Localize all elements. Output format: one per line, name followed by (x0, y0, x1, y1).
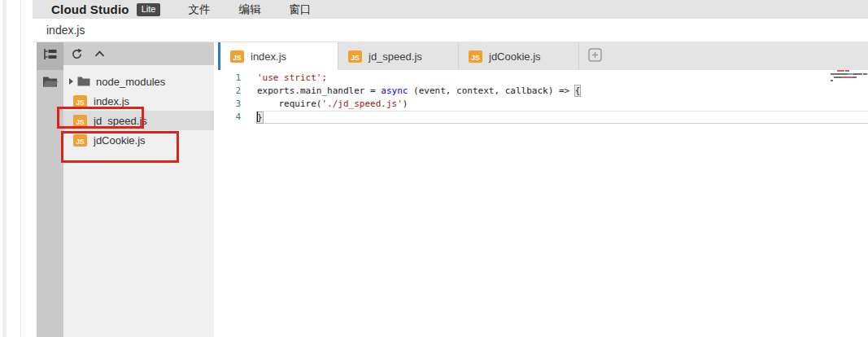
plus-icon (588, 48, 602, 65)
folder-icon (42, 76, 58, 90)
js-file-icon: JS (469, 50, 482, 63)
code-text: exports.main_handler = async (event, con… (257, 85, 868, 98)
page-left-divider (20, 0, 21, 337)
code-line-2: 2exports.main_handler = async (event, co… (218, 85, 868, 98)
lite-badge: Lite (137, 3, 161, 16)
tab-label: jdCookie.js (489, 50, 541, 63)
code-editor[interactable]: 1'use strict';2exports.main_handler = as… (218, 70, 868, 337)
tab-label: index.js (251, 50, 286, 63)
tree-item-jd_speed.js[interactable]: JSjd_speed.js (63, 111, 214, 130)
code-text: 'use strict'; (257, 72, 868, 85)
tab-label: jd_speed.js (369, 50, 422, 63)
code-line-4: 4} (218, 111, 868, 124)
code-line-1: 1'use strict'; (218, 72, 868, 85)
editor-group: JSindex.jsJSjd_speed.jsJSjdCookie.js 1'u… (218, 42, 868, 337)
activity-item-explorer[interactable] (37, 42, 63, 70)
js-file-icon: JS (230, 50, 244, 63)
cloud-studio-app: Cloud Studio Lite 文件编辑窗口 index.js (33, 0, 868, 337)
page: Cloud Studio Lite 文件编辑窗口 index.js (0, 0, 868, 337)
code-line-3: 3 require('./jd_speed.js') (218, 98, 868, 111)
collapse-up-icon[interactable] (94, 50, 105, 57)
sidebar-toolbar (63, 42, 214, 65)
code-text: } (257, 111, 868, 124)
menu-item-2[interactable]: 窗口 (289, 2, 311, 17)
file-name: jd_speed.js (94, 115, 147, 127)
line-number: 3 (218, 98, 241, 111)
menu-item-0[interactable]: 文件 (188, 2, 210, 17)
menu-bar: Cloud Studio Lite 文件编辑窗口 (33, 0, 868, 19)
code-area: 1'use strict';2exports.main_handler = as… (218, 70, 868, 124)
sidebar: node_modulesJSindex.jsJSjd_speed.jsJSjdC… (63, 42, 214, 337)
line-number: 1 (218, 72, 241, 85)
folder-icon (77, 77, 90, 86)
js-file-icon: JS (73, 134, 87, 147)
new-tab-button[interactable] (579, 42, 610, 70)
menu-items: 文件编辑窗口 (188, 2, 311, 17)
text-cursor (257, 112, 258, 122)
code-text: require('./jd_speed.js') (257, 98, 868, 111)
tab-jdCookie.js[interactable]: JSjdCookie.js (459, 42, 579, 70)
tree-outline-icon (43, 48, 58, 64)
minimap[interactable] (829, 70, 868, 88)
tree-item-jdCookie.js[interactable]: JSjdCookie.js (63, 130, 214, 150)
main-area: node_modulesJSindex.jsJSjd_speed.jsJSjdC… (33, 42, 868, 337)
line-number: 4 (218, 111, 241, 124)
file-name: jdCookie.js (94, 134, 146, 147)
file-tree: node_modulesJSindex.jsJSjd_speed.jsJSjdC… (63, 65, 214, 150)
app-brand: Cloud Studio (51, 2, 129, 16)
menu-item-1[interactable]: 编辑 (238, 2, 260, 17)
breadcrumb-file-name: index.js (46, 24, 85, 37)
js-file-icon: JS (73, 95, 87, 107)
js-file-icon: JS (348, 50, 362, 63)
breadcrumb: index.js (33, 19, 868, 42)
tab-index.js[interactable]: JSindex.js (218, 42, 338, 70)
activity-item-files[interactable] (37, 70, 63, 96)
line-number: 2 (218, 85, 241, 98)
chevron-right-icon (69, 78, 73, 85)
page-left-strip (2, 0, 7, 337)
file-name: index.js (94, 95, 129, 107)
tree-item-index.js[interactable]: JSindex.js (63, 91, 214, 111)
tab-bar: JSindex.jsJSjd_speed.jsJSjdCookie.js (218, 42, 868, 70)
refresh-icon[interactable] (71, 48, 83, 60)
file-name: node_modules (96, 76, 165, 88)
js-file-icon: JS (73, 115, 87, 127)
tree-item-node_modules[interactable]: node_modules (63, 72, 214, 91)
activity-bar (37, 42, 63, 337)
tab-jd_speed.js[interactable]: JSjd_speed.js (338, 42, 459, 70)
